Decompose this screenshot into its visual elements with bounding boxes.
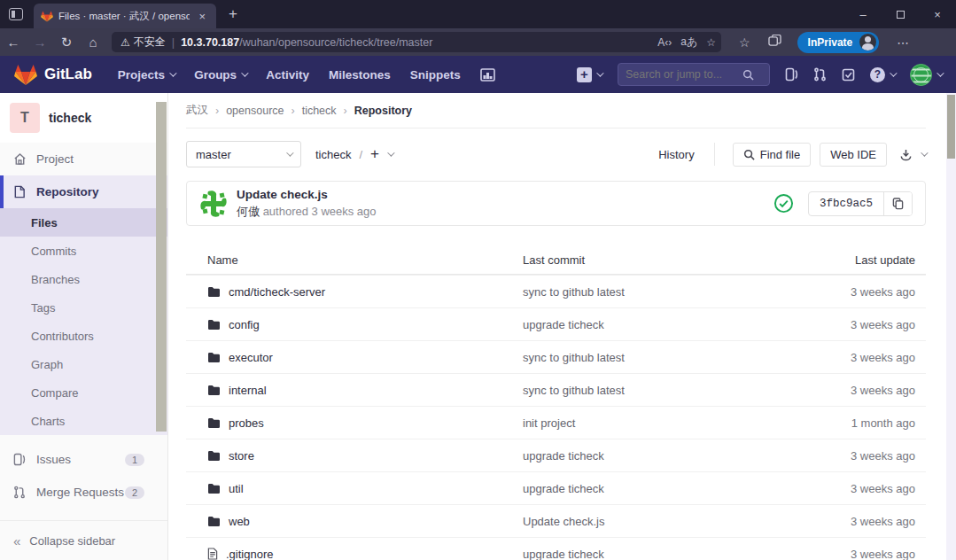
file-name-link[interactable]: internal <box>186 384 523 397</box>
search-icon <box>743 149 755 160</box>
file-name-link[interactable]: executor <box>186 351 523 364</box>
collections-icon[interactable] <box>768 35 781 50</box>
pipeline-passed-icon[interactable] <box>773 193 794 214</box>
sidebar-scrollbar[interactable] <box>156 102 167 432</box>
collapse-sidebar-button[interactable]: « Collapse sidebar <box>0 520 167 560</box>
page-scrollbar-thumb[interactable] <box>947 95 955 159</box>
find-file-button[interactable]: Find file <box>733 143 812 167</box>
last-commit-message-link[interactable]: upgrade ticheck <box>523 548 820 560</box>
nav-projects[interactable]: Projects <box>108 68 184 82</box>
file-name-link[interactable]: store <box>186 449 523 463</box>
last-commit-message-link[interactable]: upgrade ticheck <box>523 482 820 495</box>
sidebar-item-issues[interactable]: Issues 1 <box>0 443 167 476</box>
breadcrumb-subgroup[interactable]: opensource <box>226 105 284 117</box>
last-commit-message-link[interactable]: init project <box>523 416 820 430</box>
project-header[interactable]: T ticheck <box>0 93 167 143</box>
last-commit-message-link[interactable]: upgrade ticheck <box>523 449 820 463</box>
close-window-icon[interactable]: × <box>919 0 956 28</box>
sidebar-item-project[interactable]: Project <box>0 143 167 175</box>
sidebar-subitem-compare[interactable]: Compare <box>0 378 167 407</box>
repository-section: Repository Files Commits Branches Tags C… <box>0 175 167 435</box>
sidebar-subitem-files[interactable]: Files <box>0 208 167 237</box>
read-aloud-icon[interactable]: A‹› <box>657 36 672 49</box>
forward-icon[interactable]: → <box>27 35 53 50</box>
last-commit-box: Update check.js 何傲 authored 3 weeks ago … <box>186 181 926 226</box>
sidebar-item-merge-requests[interactable]: Merge Requests 2 <box>0 476 167 509</box>
home-icon[interactable]: ⌂ <box>80 35 106 50</box>
repo-path-root[interactable]: ticheck <box>315 148 351 161</box>
last-commit-message-link[interactable]: Update check.js <box>523 515 820 528</box>
web-ide-button[interactable]: Web IDE <box>820 143 887 167</box>
last-update-time: 3 weeks ago <box>820 548 926 560</box>
file-name-link[interactable]: util <box>186 482 523 495</box>
todos-nav-icon[interactable] <box>842 68 855 82</box>
history-button[interactable]: History <box>648 144 704 166</box>
nav-snippets[interactable]: Snippets <box>400 68 470 82</box>
minimize-icon[interactable]: – <box>844 0 882 28</box>
download-menu[interactable] <box>899 148 926 161</box>
file-name-link[interactable]: config <box>186 318 523 331</box>
last-commit-message-link[interactable]: sync to github latest <box>523 351 820 364</box>
last-commit-message-link[interactable]: upgrade ticheck <box>523 318 820 331</box>
file-name-link[interactable]: cmd/ticheck-server <box>186 285 523 299</box>
url-divider: | <box>172 35 175 49</box>
mr-count-badge: 2 <box>125 486 144 499</box>
gitlab-brand[interactable]: GitLab <box>14 64 92 86</box>
tab-actions-icon[interactable] <box>9 8 23 20</box>
maximize-icon[interactable] <box>882 0 919 28</box>
branch-selector[interactable]: master <box>186 141 301 167</box>
analytics-chart-icon[interactable] <box>470 68 505 82</box>
add-favorite-icon[interactable]: ☆ <box>706 36 716 49</box>
translate-icon[interactable]: aあ <box>680 35 697 50</box>
close-tab-icon[interactable]: × <box>195 10 209 23</box>
chevron-down-icon <box>937 69 944 76</box>
commit-sha[interactable]: 3fbc9ac5 <box>809 192 883 215</box>
merge-request-icon <box>13 486 28 499</box>
sidebar-item-repository[interactable]: Repository <box>0 175 167 208</box>
more-menu-icon[interactable]: ⋯ <box>897 35 909 50</box>
column-header-last-commit: Last commit <box>523 253 820 267</box>
folder-icon <box>207 385 221 396</box>
nav-milestones[interactable]: Milestones <box>319 68 400 82</box>
favorites-icon[interactable]: ☆ <box>739 35 750 50</box>
commit-title-link[interactable]: Update check.js <box>237 186 377 204</box>
back-icon[interactable]: ← <box>0 35 27 50</box>
issues-nav-icon[interactable] <box>785 67 798 82</box>
nav-activity[interactable]: Activity <box>256 68 319 82</box>
breadcrumb-project[interactable]: ticheck <box>302 105 337 117</box>
breadcrumb-group[interactable]: 武汉 <box>186 103 208 118</box>
last-commit-message-link[interactable]: sync to github latest <box>523 384 820 397</box>
sidebar-subitem-tags[interactable]: Tags <box>0 293 167 322</box>
last-commit-message-link[interactable]: sync to github latest <box>523 285 820 299</box>
not-secure-label[interactable]: 不安全 <box>134 35 166 50</box>
sidebar-subitem-graph[interactable]: Graph <box>0 350 167 378</box>
browser-tab[interactable]: Files · master · 武汉 / opensourc × <box>34 4 216 28</box>
chevron-down-icon[interactable] <box>387 149 394 156</box>
file-name-link[interactable]: probes <box>186 416 523 430</box>
address-bar[interactable]: ⚠ 不安全 | 10.3.70.187 /wuhan/opensource/ti… <box>112 32 721 52</box>
new-menu-button[interactable] <box>577 67 602 82</box>
add-file-button[interactable]: + <box>370 145 379 163</box>
commit-author-link[interactable]: 何傲 <box>237 205 260 218</box>
inprivate-badge[interactable]: InPrivate <box>797 32 880 53</box>
file-name-link[interactable]: web <box>186 515 523 528</box>
help-menu[interactable]: ? <box>870 67 895 82</box>
file-row: internalsync to github latest3 weeks ago <box>186 373 926 406</box>
new-tab-button[interactable]: + <box>229 5 237 23</box>
sidebar-subitem-charts[interactable]: Charts <box>0 407 167 435</box>
sidebar-subitem-branches[interactable]: Branches <box>0 265 167 293</box>
file-name-link[interactable]: .gitignore <box>186 548 523 560</box>
last-update-time: 1 month ago <box>820 416 926 430</box>
merge-requests-nav-icon[interactable] <box>813 67 827 82</box>
global-search[interactable] <box>618 63 770 86</box>
column-header-name: Name <box>186 253 523 267</box>
page-scrollbar[interactable] <box>946 93 956 560</box>
refresh-icon[interactable]: ↻ <box>53 35 80 51</box>
sidebar-item-label: Project <box>36 152 74 166</box>
copy-sha-button[interactable] <box>883 192 912 215</box>
sidebar-subitem-commits[interactable]: Commits <box>0 237 167 265</box>
user-menu[interactable] <box>910 64 942 86</box>
search-input[interactable] <box>626 68 742 81</box>
nav-groups[interactable]: Groups <box>184 68 256 82</box>
sidebar-subitem-contributors[interactable]: Contributors <box>0 322 167 350</box>
